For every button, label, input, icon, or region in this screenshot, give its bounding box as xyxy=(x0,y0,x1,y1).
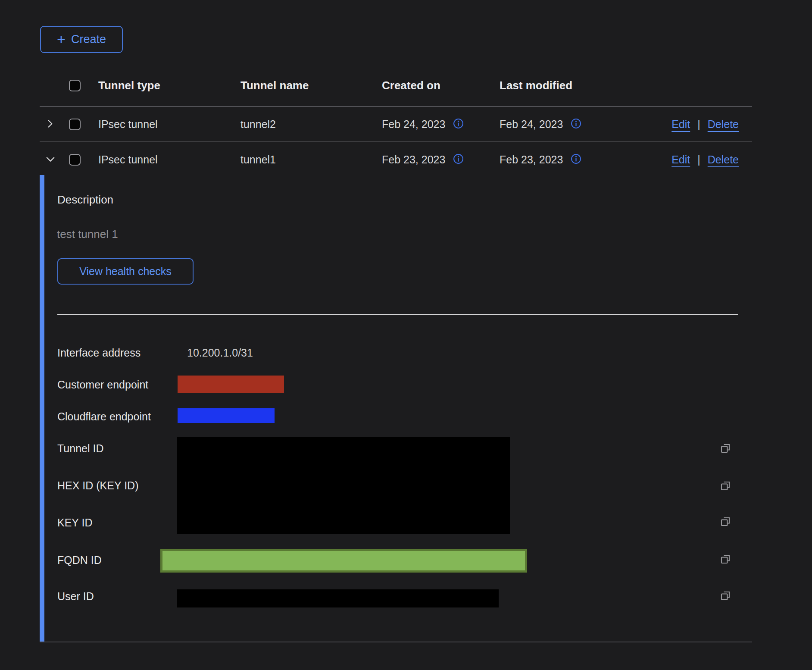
interface-address-label: Interface address xyxy=(57,346,141,360)
expand-row-button[interactable] xyxy=(44,118,56,131)
cell-created-on: Feb 24, 2023 xyxy=(382,118,445,131)
column-header-tunnel-name: Tunnel name xyxy=(240,79,382,92)
edit-link[interactable]: Edit xyxy=(671,153,690,166)
copy-icon xyxy=(720,516,731,529)
description-value: test tunnel 1 xyxy=(57,228,118,241)
fqdn-id-label: FQDN ID xyxy=(57,553,102,567)
user-id-redacted-value xyxy=(177,589,499,607)
cloudflare-endpoint-label: Cloudflare endpoint xyxy=(57,410,151,423)
chevron-right-icon xyxy=(44,118,56,131)
info-icon[interactable] xyxy=(571,153,581,166)
cell-tunnel-type: IPsec tunnel xyxy=(98,153,240,166)
cloudflare-endpoint-redacted-value xyxy=(178,408,275,423)
copy-key-id-button[interactable] xyxy=(720,516,731,528)
column-header-last-modified: Last modified xyxy=(500,79,629,92)
cell-last-modified: Feb 23, 2023 xyxy=(500,153,563,166)
chevron-down-icon xyxy=(44,153,56,166)
table-header-row: Tunnel type Tunnel name Created on Last … xyxy=(40,65,752,107)
copy-icon xyxy=(720,590,731,603)
copy-hex-id-button[interactable] xyxy=(720,480,731,492)
create-button-label: Create xyxy=(71,33,106,46)
expansion-accent-bar xyxy=(40,175,44,642)
info-icon[interactable] xyxy=(453,153,464,166)
tunnel-id-label: Tunnel ID xyxy=(57,441,103,455)
ids-redacted-values xyxy=(177,437,510,534)
view-health-checks-button[interactable]: View health checks xyxy=(57,258,194,285)
delete-link[interactable]: Delete xyxy=(708,153,739,166)
customer-endpoint-label: Customer endpoint xyxy=(57,378,148,391)
section-divider xyxy=(57,314,738,315)
interface-address-value: 10.200.1.0/31 xyxy=(187,346,253,360)
delete-link[interactable]: Delete xyxy=(708,118,739,131)
cell-created-on: Feb 23, 2023 xyxy=(382,153,445,166)
copy-icon xyxy=(720,442,731,455)
info-icon[interactable] xyxy=(453,118,464,131)
customer-endpoint-redacted-value xyxy=(178,376,284,393)
table-row: IPsec tunnel tunnel1 Feb 23, 2023 Feb 23… xyxy=(40,142,752,177)
fqdn-id-redacted-value xyxy=(160,549,527,573)
column-header-tunnel-type: Tunnel type xyxy=(98,79,240,92)
actions-separator: | xyxy=(697,153,700,166)
cell-tunnel-type: IPsec tunnel xyxy=(98,118,240,131)
table-row: IPsec tunnel tunnel2 Feb 24, 2023 Feb 24… xyxy=(40,107,752,142)
copy-fqdn-id-button[interactable] xyxy=(720,554,731,565)
description-label: Description xyxy=(57,193,113,207)
tunnels-page: + Create Tunnel type Tunnel name Created… xyxy=(0,0,812,670)
collapse-row-button[interactable] xyxy=(44,153,56,166)
info-icon[interactable] xyxy=(571,118,581,131)
copy-icon xyxy=(720,480,731,493)
row-checkbox[interactable] xyxy=(69,154,81,166)
user-id-label: User ID xyxy=(57,589,94,603)
cell-tunnel-name: tunnel2 xyxy=(240,118,382,131)
column-header-created-on: Created on xyxy=(382,79,500,92)
actions-separator: | xyxy=(697,118,700,131)
key-id-label: KEY ID xyxy=(57,516,93,529)
copy-user-id-button[interactable] xyxy=(720,590,731,602)
tunnels-table: Tunnel type Tunnel name Created on Last … xyxy=(40,65,752,177)
copy-icon xyxy=(720,553,731,566)
row-checkbox[interactable] xyxy=(69,119,81,130)
hex-id-label: HEX ID (KEY ID) xyxy=(57,479,138,492)
cell-tunnel-name: tunnel1 xyxy=(240,153,382,166)
cell-last-modified: Feb 24, 2023 xyxy=(500,118,563,131)
expanded-tunnel-panel: Description test tunnel 1 View health ch… xyxy=(40,175,752,642)
select-all-checkbox[interactable] xyxy=(69,80,81,91)
create-button[interactable]: + Create xyxy=(40,26,123,53)
copy-tunnel-id-button[interactable] xyxy=(720,443,731,454)
edit-link[interactable]: Edit xyxy=(671,118,690,131)
